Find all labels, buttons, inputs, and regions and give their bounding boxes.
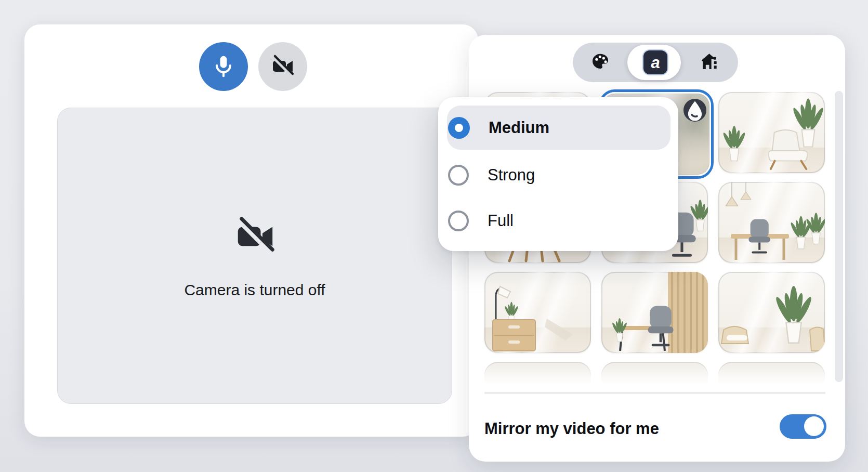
blur-option-full[interactable]: Full [448,210,514,232]
blur-strength-popup: Medium Strong Full [438,97,678,251]
background-thumbnail-partial[interactable] [484,362,591,387]
blur-option-label: Medium [489,117,549,139]
background-thumbnail[interactable] [601,272,708,353]
panel-scrollbar[interactable] [835,91,843,382]
blur-option-label: Full [488,210,514,232]
camera-preview-area: Camera is turned off [57,108,452,404]
toggle-knob [804,416,824,436]
brand-a-logo-icon: a [643,50,667,74]
tab-backgrounds[interactable] [683,43,738,82]
tab-brand[interactable]: a [628,43,683,82]
radio-unselected-icon[interactable] [448,211,469,231]
background-thumbnail-partial[interactable] [718,362,825,387]
background-thumbnail[interactable] [718,272,825,353]
camera-off-icon [270,54,295,80]
microphone-button[interactable] [199,42,248,91]
radio-unselected-icon[interactable] [448,165,469,186]
camera-toggle-button[interactable] [258,42,307,91]
radio-selected-icon[interactable] [448,117,470,139]
tab-colors[interactable] [573,43,628,82]
video-preview-card: Camera is turned off [24,24,478,437]
mirror-video-label: Mirror my video for me [484,419,659,438]
microphone-icon [212,54,235,80]
background-thumbnail[interactable] [718,92,825,173]
settings-tab-bar: a [573,43,738,82]
blur-option-strong[interactable]: Strong [448,164,535,186]
camera-status-text: Camera is turned off [58,281,452,299]
camera-off-icon [233,214,277,258]
mirror-video-toggle[interactable] [780,414,826,439]
background-thumbnail[interactable] [484,272,591,353]
house-blur-icon [700,51,721,74]
blur-option-label: Strong [488,164,535,186]
mirror-video-row: Mirror my video for me [469,409,845,449]
background-thumbnail-partial[interactable] [601,362,708,387]
palette-icon [591,52,610,73]
blur-drop-icon[interactable] [683,99,706,122]
divider [484,392,825,394]
blur-option-medium[interactable]: Medium [448,117,549,139]
background-thumbnail[interactable] [718,182,825,263]
